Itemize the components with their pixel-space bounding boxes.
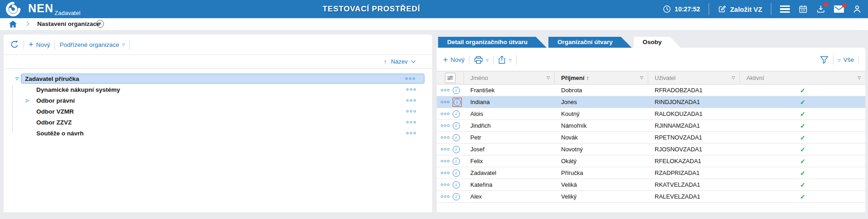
tree-item-selected[interactable]: ▽ Zadavatel příručka (4, 73, 432, 84)
row-menu-icon[interactable] (441, 124, 449, 127)
tree-item[interactable]: Soutěže o návrh (4, 128, 432, 139)
expander-collapsed-icon[interactable]: ▷ (26, 98, 29, 103)
column-header-prijmeni[interactable]: Příjmení ↑ ▽ (555, 71, 648, 84)
column-header-aktivni[interactable]: Aktivní ▽ (740, 71, 865, 84)
export-button[interactable]: ▽ (498, 55, 511, 64)
table-row[interactable]: i Alex Veliký RALEVELZADA1 ✓ (437, 191, 865, 203)
row-menu-icon[interactable] (406, 132, 416, 134)
tree-item[interactable]: Odbor VZMR (4, 106, 432, 117)
column-filter-icon[interactable]: ▽ (858, 75, 861, 80)
row-menu-icon[interactable] (406, 100, 416, 102)
row-menu-icon[interactable] (441, 148, 449, 150)
row-menu-icon[interactable] (441, 136, 449, 139)
menu-icon[interactable] (780, 5, 790, 13)
info-icon[interactable]: i (454, 99, 461, 106)
download-icon[interactable] (816, 5, 825, 14)
row-menu-icon[interactable] (441, 184, 449, 186)
row-menu-icon[interactable] (441, 101, 449, 103)
table-row[interactable]: i Jindřich Námořník RJINNAMZADA1 ✓ (437, 120, 865, 132)
table-row[interactable]: i Josef Novotný RJOSNOVZADA1 ✓ (437, 144, 865, 155)
app-header: NEN Zadavatel TESTOVACÍ PROSTŘEDÍ 10:27:… (0, 0, 868, 18)
active-check-icon: ✓ (740, 134, 865, 141)
column-filter-icon[interactable]: ▽ (640, 75, 643, 80)
column-settings-button[interactable] (445, 73, 456, 83)
sort-ascending-icon: ↑ (384, 58, 387, 65)
column-settings-cell (437, 71, 464, 84)
tree-item-label[interactable]: Odbor právní (36, 97, 75, 104)
sort-ascending-icon: ↑ (586, 75, 589, 81)
tree-item-highlight[interactable]: Zadavatel příručka (21, 74, 424, 84)
tree-item-label[interactable]: Odbor VZMR (36, 108, 74, 115)
print-button[interactable]: ▽ (474, 56, 488, 64)
expander-expanded-icon[interactable]: ▽ (15, 76, 19, 81)
mail-icon[interactable] (834, 5, 844, 13)
column-header-jmeno[interactable]: Jméno ▽ (464, 71, 555, 84)
row-menu-icon[interactable] (406, 110, 416, 113)
info-icon[interactable]: i (453, 169, 460, 177)
tree-item[interactable]: ▷ Odbor právní (4, 95, 432, 106)
info-icon[interactable]: i (453, 181, 460, 189)
suborg-dropdown[interactable]: Podřízené organizace ▽ (59, 41, 125, 48)
column-label: Aktivní (746, 75, 858, 81)
cell-jmeno: Josef (464, 146, 555, 153)
row-menu-icon[interactable] (441, 160, 449, 162)
tree-item[interactable]: Odbor ZZVZ (4, 117, 432, 128)
table-row[interactable]: i Felix Okátý RFELOKAZADA1 ✓ (437, 155, 865, 167)
row-menu-icon[interactable] (405, 78, 415, 80)
info-icon[interactable]: i (453, 158, 460, 165)
cell-prijmeni: Novák (555, 134, 648, 141)
create-vz-button[interactable]: Založit VZ (718, 5, 762, 14)
active-check-icon: ✓ (740, 193, 865, 200)
column-filter-icon[interactable]: ▽ (732, 75, 735, 80)
calendar-icon[interactable] (799, 5, 808, 14)
new-org-button[interactable]: + Nový (29, 41, 50, 48)
info-icon[interactable]: i (453, 87, 460, 94)
table-row[interactable]: i Zadavatel Příručka RZADPRIZADA1 ✓ (437, 167, 865, 179)
tree-item-label[interactable]: Dynamické nákupní systémy (36, 86, 120, 93)
cell-uzivatel: RJINNAMZADA1 (648, 122, 740, 129)
table-row[interactable]: i Kateřina Veliká RKATVELZADA1 ✓ (437, 179, 865, 191)
home-icon[interactable] (9, 20, 17, 28)
table-row-selected[interactable]: i Indiana Jones RINDJONZADA1 ✓ (437, 96, 865, 108)
info-icon[interactable]: i (453, 122, 460, 129)
tree-item-label[interactable]: Soutěže o návrh (36, 130, 84, 137)
row-menu-icon[interactable] (406, 121, 416, 124)
active-check-icon: ✓ (740, 110, 865, 118)
tree-item[interactable]: Dynamické nákupní systémy (4, 84, 432, 95)
table-row[interactable]: i Alois Koutný RALOKOUZADA1 ✓ (437, 108, 865, 120)
close-page-icon[interactable]: × (96, 20, 104, 28)
environment-title: TESTOVACÍ PROSTŘEDÍ (323, 5, 420, 14)
column-label: Příjmení (561, 75, 584, 81)
tab-detail-utvaru[interactable]: Detail organizačního útvaru (438, 37, 547, 48)
refresh-icon[interactable] (10, 40, 19, 49)
info-icon[interactable]: i (453, 110, 460, 118)
nen-logo-icon (5, 1, 21, 17)
table-row[interactable]: i František Dobrota RFRADOBZADA1 ✓ (437, 85, 865, 96)
suborg-dropdown-label: Podřízené organizace (59, 41, 119, 48)
tree-item-label[interactable]: Odbor ZZVZ (36, 119, 72, 126)
active-check-icon: ✓ (740, 146, 865, 153)
tab-organizacni-utvary[interactable]: Organizační útvary (548, 37, 632, 48)
info-icon[interactable]: i (453, 193, 460, 200)
table-row[interactable]: i Petr Novák RPETNOVZADA1 ✓ (437, 132, 865, 144)
view-all-dropdown[interactable]: ▽ Vše (838, 56, 854, 63)
tree-sort-control[interactable]: ↑ Název (4, 55, 432, 69)
cell-jmeno: Jindřich (464, 122, 555, 129)
row-menu-icon[interactable] (441, 89, 449, 91)
column-header-uzivatel[interactable]: Uživatel ▽ (648, 71, 740, 84)
row-menu-icon[interactable] (441, 172, 449, 174)
user-icon[interactable] (853, 5, 862, 14)
download-notification-badge (824, 2, 828, 7)
row-menu-icon[interactable] (441, 113, 449, 115)
column-filter-icon[interactable]: ▽ (547, 75, 550, 80)
info-icon[interactable]: i (453, 134, 460, 141)
filter-funnel-icon[interactable] (820, 56, 829, 64)
row-menu-icon[interactable] (406, 89, 416, 91)
focus-ring: i (453, 98, 462, 107)
new-person-button[interactable]: + Nový (443, 56, 464, 63)
row-menu-icon[interactable] (441, 195, 449, 198)
dropdown-triangle-icon: ▽ (838, 58, 841, 62)
tab-osoby[interactable]: Osoby (634, 37, 681, 48)
info-icon[interactable]: i (453, 146, 460, 153)
new-org-label: Nový (36, 41, 50, 48)
